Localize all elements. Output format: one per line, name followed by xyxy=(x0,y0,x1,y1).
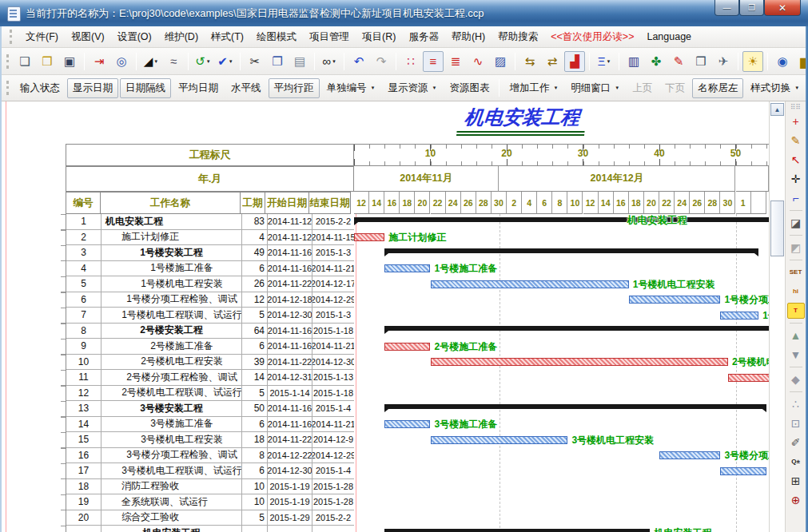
table-row[interactable]: 41号楼施工准备62014-11-162014-11-21 xyxy=(66,261,354,277)
toolbar-button[interactable]: 下页 xyxy=(659,78,691,98)
scrollbar-thumb[interactable] xyxy=(770,200,784,256)
edit-report-icon[interactable]: ✎ xyxy=(668,51,689,72)
task-bar[interactable] xyxy=(728,374,769,382)
toolbar-button[interactable]: 单独编号▼ xyxy=(321,78,381,98)
curve-link-icon[interactable]: ∿ xyxy=(468,51,488,72)
dropdown-arrow-icon[interactable]: ▼ xyxy=(432,85,436,90)
line-style-icon[interactable]: ≈ xyxy=(163,51,184,72)
task-bar[interactable] xyxy=(354,233,384,241)
toolbar-button[interactable]: 资源图表 xyxy=(444,78,495,98)
minimize-button[interactable]: — xyxy=(714,0,739,16)
export-page-icon[interactable]: ⇥ xyxy=(89,51,109,72)
select-cursor-icon[interactable]: ↖ xyxy=(787,152,805,168)
narrow-scale-icon[interactable]: ⇄ xyxy=(542,51,563,72)
dropdown-arrow-icon[interactable]: ▼ xyxy=(206,59,211,64)
task-bar[interactable] xyxy=(720,467,766,475)
move-up-icon[interactable]: ▲ xyxy=(787,328,805,343)
target-icon[interactable]: ⊕ xyxy=(787,492,805,508)
diamond-icon[interactable]: ◆ xyxy=(787,371,805,387)
task-bar[interactable] xyxy=(431,358,728,366)
clean-brush-icon[interactable]: ◩ xyxy=(787,240,805,256)
merge-rows-icon[interactable]: ≣ xyxy=(445,51,466,72)
menu-item[interactable]: 项目(R) xyxy=(356,28,402,46)
task-bar[interactable] xyxy=(629,296,721,304)
dropdown-arrow-icon[interactable]: ▼ xyxy=(229,59,233,64)
table-row[interactable]: 机电安装工程 xyxy=(66,526,354,532)
check-icon[interactable]: ✔▼ xyxy=(215,51,236,72)
toolbar-button[interactable]: 名称居左 xyxy=(692,78,743,98)
navigate-icon[interactable]: ✈ xyxy=(713,51,734,72)
region-icon[interactable]: ⊞ xyxy=(787,473,805,489)
menu-item[interactable]: 项目管理 xyxy=(303,28,356,46)
scatter-icon[interactable]: ∴ xyxy=(787,396,805,412)
print-preview-icon[interactable]: ◎ xyxy=(111,51,132,72)
menu-item[interactable]: 帮助搜索 xyxy=(492,28,544,46)
table-row[interactable]: 92号楼施工准备62014-11-162014-11-21 xyxy=(66,339,354,355)
toolbar-button[interactable]: 明细窗口▼ xyxy=(565,78,625,98)
task-bar[interactable] xyxy=(659,451,720,459)
paste-icon[interactable]: ▤ xyxy=(289,51,310,72)
summary-bar[interactable] xyxy=(384,404,766,409)
library-icon[interactable]: ▥ xyxy=(623,51,644,72)
open-folder-icon[interactable]: ❒ xyxy=(37,51,58,72)
format-painter-icon[interactable]: ✎ xyxy=(787,133,805,149)
table-row[interactable]: 20综合交工验收52015-1-292015-2-2 xyxy=(66,510,354,526)
tips-bulb-icon[interactable]: ☀ xyxy=(742,51,763,72)
network-diagram-icon[interactable]: ∷ xyxy=(400,51,421,72)
table-row[interactable]: 143号楼施工准备62014-11-162014-11-21 xyxy=(66,417,354,433)
widen-scale-icon[interactable]: ⇆ xyxy=(519,51,540,72)
save-icon[interactable]: ▣ xyxy=(59,51,80,72)
toolbar-button[interactable]: 样式切换▼ xyxy=(745,78,805,98)
cut-icon[interactable]: ✂ xyxy=(245,51,265,72)
table-row[interactable]: 71号楼机电工程联调、试运行52014-12-302015-1-3 xyxy=(66,308,354,324)
task-bar[interactable] xyxy=(384,264,430,272)
fill-style-icon[interactable]: ◢▼ xyxy=(141,51,161,72)
dropdown-arrow-icon[interactable]: ▼ xyxy=(606,59,611,64)
zoom-icon[interactable]: Q± xyxy=(787,454,805,470)
toolbar-button[interactable]: 显示资源▼ xyxy=(382,78,442,98)
menu-item[interactable]: Language xyxy=(640,29,698,45)
task-bar[interactable] xyxy=(720,312,758,320)
eraser-icon[interactable]: ◪ xyxy=(787,215,805,231)
split-rows-icon[interactable]: ≡ xyxy=(423,51,444,72)
copy-icon[interactable]: ❐ xyxy=(267,51,288,72)
find-icon[interactable]: ∞▼ xyxy=(319,51,340,72)
menu-item[interactable]: 维护(D) xyxy=(158,28,205,46)
table-row[interactable]: 61号楼分项工程检验、调试122014-12-182014-12-29 xyxy=(66,292,354,308)
polyline-icon[interactable]: ⌐ xyxy=(787,190,805,206)
summary-bar[interactable] xyxy=(384,529,649,532)
toolbar-button[interactable]: 平均行距 xyxy=(269,78,320,98)
refresh-icon[interactable]: ↺▼ xyxy=(193,51,213,72)
hand-edit-icon[interactable]: ✐ xyxy=(787,435,805,451)
table-row[interactable]: 31号楼安装工程492014-11-162015-1-3 xyxy=(66,245,354,261)
toolbar-button[interactable]: 显示日期 xyxy=(67,78,118,98)
table-row[interactable]: 133号楼安装工程502014-11-162015-1-4 xyxy=(66,401,354,417)
toolbar-button[interactable]: 上页 xyxy=(627,78,658,98)
task-bar[interactable] xyxy=(384,420,430,428)
insert-task-icon[interactable]: + xyxy=(787,113,805,129)
summary-bar[interactable] xyxy=(354,217,769,222)
move-down-icon[interactable]: ▼ xyxy=(787,347,805,363)
redo-icon[interactable]: ↷ xyxy=(371,51,392,72)
table-row[interactable]: 18消防工程验收102015-1-192015-1-28 xyxy=(66,479,354,495)
table-row[interactable]: 82号楼安装工程642014-11-162015-1-18 xyxy=(66,324,354,339)
menu-item[interactable]: 样式(T) xyxy=(205,28,250,46)
text-flag-icon[interactable]: T xyxy=(787,303,805,319)
table-row[interactable]: 153号楼机电工程安装182014-11-222014-12-9 xyxy=(66,432,354,448)
table-row[interactable]: 1机电安装工程832014-11-122015-2-2 xyxy=(66,214,354,230)
dropdown-arrow-icon[interactable]: ▼ xyxy=(153,59,158,64)
dropdown-arrow-icon[interactable]: ▼ xyxy=(332,59,336,64)
dropdown-arrow-icon[interactable]: ▼ xyxy=(615,85,619,90)
table-row[interactable]: 19全系统联调、试运行102015-1-192015-1-28 xyxy=(66,494,354,510)
new-file-icon[interactable]: ❏ xyxy=(14,51,35,72)
color-tools-icon[interactable]: ✤ xyxy=(646,51,667,72)
toolbar-button[interactable]: 输入状态 xyxy=(14,78,66,98)
close-button[interactable]: ✕ xyxy=(764,0,801,16)
menu-item[interactable]: 绘图模式 xyxy=(250,28,303,46)
summary-bar[interactable] xyxy=(384,326,769,331)
task-bar[interactable] xyxy=(431,436,568,444)
table-row[interactable]: 112号楼分项工程检验、调试142014-12-312015-1-13 xyxy=(66,370,354,386)
table-row[interactable]: 163号楼分项工程检验、调试82014-12-222014-12-29 xyxy=(66,448,354,464)
task-bar[interactable] xyxy=(384,343,430,351)
toolbar-button[interactable]: 日期隔线 xyxy=(120,78,171,98)
